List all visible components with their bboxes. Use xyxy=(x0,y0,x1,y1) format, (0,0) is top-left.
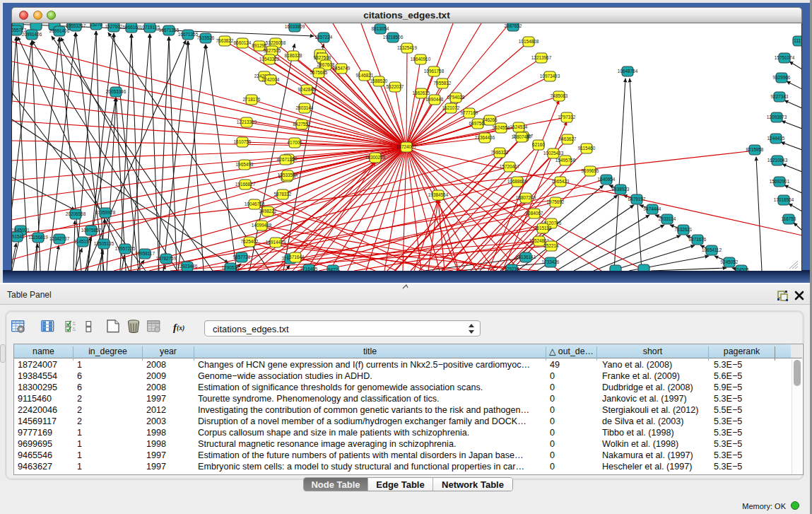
svg-text:2803144: 2803144 xyxy=(296,105,314,110)
svg-text:15495758: 15495758 xyxy=(555,158,576,163)
svg-text:5675685: 5675685 xyxy=(310,70,328,75)
svg-text:7515526: 7515526 xyxy=(197,35,215,40)
svg-text:9857721: 9857721 xyxy=(233,255,251,259)
svg-text:1145194: 1145194 xyxy=(74,239,92,244)
svg-text:3716485: 3716485 xyxy=(300,267,318,271)
svg-text:391541: 391541 xyxy=(12,234,25,239)
svg-text:9084067: 9084067 xyxy=(526,211,543,216)
svg-text:2718176: 2718176 xyxy=(243,97,261,102)
svg-text:8660124: 8660124 xyxy=(234,40,252,45)
svg-text:6466160: 6466160 xyxy=(123,25,141,30)
svg-text:53226058: 53226058 xyxy=(266,40,286,45)
svg-text:8186328: 8186328 xyxy=(285,53,302,58)
svg-text:1290513: 1290513 xyxy=(222,265,240,270)
svg-text:417006: 417006 xyxy=(287,140,302,145)
svg-text:2933114: 2933114 xyxy=(659,216,676,221)
svg-text:14136141: 14136141 xyxy=(516,255,536,259)
svg-text:1244415: 1244415 xyxy=(767,136,785,141)
svg-text:11325419: 11325419 xyxy=(397,45,417,50)
svg-text:19166827: 19166827 xyxy=(235,182,256,187)
svg-text:3498222: 3498222 xyxy=(259,209,277,214)
svg-text:20053346: 20053346 xyxy=(106,89,126,94)
svg-text:10553267: 10553267 xyxy=(66,23,86,28)
svg-text:10973493: 10973493 xyxy=(540,74,560,78)
svg-text:9472: 9472 xyxy=(328,267,339,271)
svg-text:15692901: 15692901 xyxy=(770,179,790,184)
svg-text:12923446: 12923446 xyxy=(177,264,198,269)
svg-text:8938923: 8938923 xyxy=(612,187,630,192)
svg-text:5878332: 5878332 xyxy=(274,192,292,197)
svg-text:8267115: 8267115 xyxy=(277,157,295,162)
svg-text:9327508: 9327508 xyxy=(314,55,331,60)
svg-text:19218506: 19218506 xyxy=(383,35,404,40)
svg-text:9699695: 9699695 xyxy=(582,168,599,173)
svg-text:10046788: 10046788 xyxy=(245,201,265,206)
svg-text:129234: 129234 xyxy=(504,267,519,271)
svg-text:21364436: 21364436 xyxy=(475,135,495,140)
svg-text:62160: 62160 xyxy=(532,142,545,147)
svg-text:10719185: 10719185 xyxy=(140,25,160,30)
svg-text:3624554: 3624554 xyxy=(493,125,510,130)
svg-text:7632621: 7632621 xyxy=(675,227,693,232)
svg-text:12213369: 12213369 xyxy=(237,119,257,124)
svg-text:746266: 746266 xyxy=(482,117,498,122)
svg-text:8471676: 8471676 xyxy=(689,237,707,242)
svg-text:18300295: 18300295 xyxy=(365,155,386,160)
svg-text:8454749: 8454749 xyxy=(333,66,351,71)
svg-text:252214: 252214 xyxy=(543,243,559,248)
svg-text:10543362: 10543362 xyxy=(259,57,280,62)
svg-text:8813054: 8813054 xyxy=(372,26,389,31)
svg-text:2242004: 2242004 xyxy=(262,77,280,82)
svg-text:19384554: 19384554 xyxy=(428,192,449,197)
svg-text:2087652: 2087652 xyxy=(505,23,522,28)
svg-text:18640910: 18640910 xyxy=(411,57,431,62)
svg-text:1362615: 1362615 xyxy=(413,90,430,95)
svg-text:13533594: 13533594 xyxy=(278,173,298,177)
svg-text:924505: 924505 xyxy=(734,267,749,271)
svg-text:9327505: 9327505 xyxy=(264,48,281,53)
svg-text:1640954: 1640954 xyxy=(598,177,616,182)
svg-text:9777169: 9777169 xyxy=(461,110,478,115)
svg-text:6794028: 6794028 xyxy=(447,95,465,100)
svg-text:1117: 1117 xyxy=(794,38,801,43)
svg-text:16782759: 16782759 xyxy=(156,256,177,261)
svg-text:15276: 15276 xyxy=(90,23,102,27)
svg-text:5357224: 5357224 xyxy=(315,35,333,40)
svg-text:1588520: 1588520 xyxy=(370,78,388,83)
svg-text:6479197: 6479197 xyxy=(628,197,646,201)
svg-text:8215958: 8215958 xyxy=(746,147,764,152)
svg-text:15720407: 15720407 xyxy=(500,164,520,169)
svg-text:7625402: 7625402 xyxy=(241,239,259,244)
svg-text:1975692: 1975692 xyxy=(547,199,565,204)
svg-text:1621072: 1621072 xyxy=(442,105,460,110)
svg-text:5322037: 5322037 xyxy=(387,84,404,89)
svg-text:10975857: 10975857 xyxy=(81,228,102,233)
svg-text:17016504: 17016504 xyxy=(774,197,794,202)
svg-text:9329966: 9329966 xyxy=(773,75,791,80)
svg-text:10025433: 10025433 xyxy=(543,151,564,156)
svg-text:10807487: 10807487 xyxy=(512,134,532,139)
svg-text:7485063: 7485063 xyxy=(551,93,568,98)
svg-text:9242848: 9242848 xyxy=(298,87,316,92)
svg-text:17957225: 17957225 xyxy=(115,246,136,251)
svg-text:1733426: 1733426 xyxy=(542,259,560,264)
svg-text:12342737: 12342737 xyxy=(49,236,70,241)
svg-text:14099488: 14099488 xyxy=(252,223,272,228)
svg-text:20206558: 20206558 xyxy=(66,211,86,216)
svg-text:116753: 116753 xyxy=(782,216,796,221)
svg-text:10654112: 10654112 xyxy=(702,247,722,252)
svg-text:10648784: 10648784 xyxy=(618,69,638,74)
svg-text:9227343: 9227343 xyxy=(771,94,789,99)
svg-text:17359928: 17359928 xyxy=(95,210,116,215)
svg-text:9463627: 9463627 xyxy=(559,136,577,141)
svg-text:10961758: 10961758 xyxy=(424,69,445,74)
svg-text:18807249: 18807249 xyxy=(516,195,536,200)
svg-text:1527602: 1527602 xyxy=(105,24,123,29)
svg-text:1797312: 1797312 xyxy=(558,115,576,119)
svg-text:9146821: 9146821 xyxy=(356,73,374,78)
svg-text:10154808: 10154808 xyxy=(519,39,539,44)
svg-text:11156819: 11156819 xyxy=(28,235,48,240)
svg-text:9474444: 9474444 xyxy=(644,206,661,211)
svg-text:7663822: 7663822 xyxy=(216,38,234,43)
svg-text:7986322: 7986322 xyxy=(491,150,509,155)
